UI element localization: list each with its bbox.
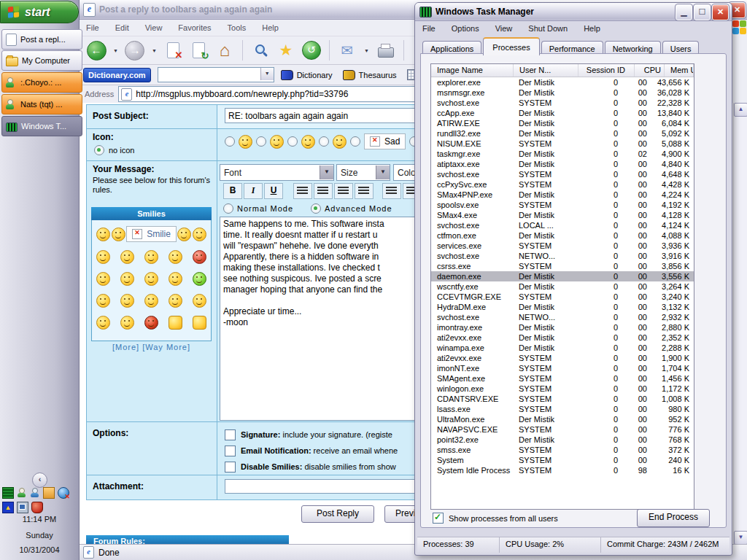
browser-refresh-icon[interactable] <box>189 39 209 61</box>
message-textarea[interactable]: Same happens to me. This software insta … <box>220 217 418 421</box>
column-header-cpu[interactable]: CPU <box>635 64 665 77</box>
smiley-icon[interactable] <box>144 316 158 330</box>
column-header-user-n[interactable]: User N... <box>514 64 578 77</box>
column-header-mem-usage[interactable]: Mem Usage <box>665 64 694 77</box>
option-checkbox[interactable] <box>225 446 236 456</box>
smiley-icon[interactable] <box>193 272 206 286</box>
process-row[interactable]: System Idle ProcessSYSTEM09816 K <box>431 465 694 475</box>
dict-item-thesaurus[interactable]: Thesaurus <box>343 69 397 80</box>
smiley-icon[interactable] <box>120 316 134 330</box>
warning-icon[interactable] <box>2 502 14 513</box>
smiley-icon[interactable] <box>177 228 191 241</box>
smiley-icon[interactable] <box>96 272 110 286</box>
smiley-icon[interactable] <box>144 272 158 286</box>
no-icon-radio[interactable] <box>94 145 104 155</box>
smilies-more-links[interactable]: [More] [Way More] <box>91 341 212 356</box>
taskbar-button-post-a-repl[interactable]: Post a repl... <box>1 29 82 50</box>
process-row[interactable]: spoolsv.exeSYSTEM0004,192 K <box>431 200 694 210</box>
maximize-button[interactable]: ☐ <box>694 4 711 20</box>
process-row[interactable]: ATIRW.EXEDer Mistik0006,084 K <box>431 118 694 128</box>
combo-dropdown-icon[interactable]: ▼ <box>260 68 274 80</box>
smiley-icon[interactable] <box>96 250 110 264</box>
advanced-mode-option[interactable]: Advanced Mode <box>311 203 392 214</box>
process-row[interactable]: msnmsgr.exeDer Mistik00036,028 K <box>431 88 694 98</box>
process-row[interactable]: CDANTSRV.EXESYSTEM0001,008 K <box>431 394 694 404</box>
process-row[interactable]: svchost.exeNETWO...0002,932 K <box>431 312 694 322</box>
process-row[interactable]: CCEVTMGR.EXESYSTEM0003,240 K <box>431 292 694 302</box>
browser-forward-icon[interactable] <box>125 39 145 61</box>
process-row[interactable]: SMax4PNP.exeDer Mistik0004,224 K <box>431 190 694 200</box>
process-row[interactable]: svchost.exeSYSTEM00022,328 K <box>431 98 694 108</box>
tray-collapse-icon[interactable]: ‹ <box>32 472 47 488</box>
show-all-users-checkbox[interactable] <box>433 513 444 524</box>
smiley-icon[interactable] <box>193 294 206 308</box>
italic-button[interactable]: I <box>244 183 263 199</box>
process-row[interactable]: ccApp.exeDer Mistik00013,840 K <box>431 108 694 118</box>
browser-search-icon[interactable] <box>250 39 271 61</box>
process-row[interactable]: svchost.exeLOCAL ...0004,124 K <box>431 220 694 230</box>
show-all-users-option[interactable]: Show processes from all users <box>433 513 558 524</box>
process-row[interactable]: ati2evxx.exeSYSTEM0001,900 K <box>431 353 694 363</box>
process-row[interactable]: imontray.exeDer Mistik0002,880 K <box>431 322 694 332</box>
process-row[interactable]: ccPxySvc.exeSYSTEM0004,428 K <box>431 179 694 190</box>
process-row[interactable]: winampa.exeDer Mistik0002,288 K <box>431 343 694 353</box>
attachment-input[interactable] <box>225 479 416 494</box>
align-left-icon[interactable] <box>293 183 312 199</box>
tm-menu-file[interactable]: File <box>421 23 437 34</box>
post-icon-radio[interactable] <box>256 136 266 147</box>
process-row[interactable]: HydraDM.exeDer Mistik0003,132 K <box>431 302 694 312</box>
post-icon-radio[interactable] <box>350 136 360 147</box>
tab-processes[interactable]: Processes <box>483 37 539 55</box>
forward-dropdown-icon[interactable]: ▼ <box>152 48 157 53</box>
taskbar-button-nats-tqt[interactable]: Nats (tqt) ... <box>1 94 82 114</box>
column-header-image-name[interactable]: Image Name <box>431 64 514 77</box>
taskbar-button-my-computer[interactable]: My Computer <box>1 50 82 71</box>
taskbar-button-choyo[interactable]: :.Choyo.: ... <box>1 72 82 93</box>
smiley-icon[interactable] <box>144 250 158 264</box>
scroll-down-icon[interactable]: ▼ <box>734 531 747 545</box>
process-row[interactable]: daemon.exeDer Mistik0003,556 K <box>431 271 694 281</box>
browser-history-icon[interactable] <box>301 39 322 61</box>
smiley-icon[interactable] <box>120 250 134 264</box>
buddy-icon[interactable] <box>30 488 40 498</box>
minimize-button[interactable]: ▁ <box>676 4 692 20</box>
dictionary-search-combo[interactable]: ▼ <box>158 67 274 82</box>
process-row[interactable]: svchost.exeNETWO...0003,916 K <box>431 251 694 261</box>
dual-monitor-icon[interactable] <box>17 502 28 513</box>
smiley-icon[interactable] <box>112 228 125 241</box>
subject-input[interactable] <box>225 108 416 123</box>
advanced-mode-radio[interactable] <box>311 203 321 214</box>
process-row[interactable]: point32.exeDer Mistik000768 K <box>431 435 694 445</box>
chevron-down-icon[interactable]: ▼ <box>376 166 390 179</box>
smiley-icon[interactable] <box>120 272 134 286</box>
network-icon[interactable] <box>2 487 14 499</box>
align-right-icon[interactable] <box>334 183 353 199</box>
process-row[interactable]: ati2evxx.exeDer Mistik0002,352 K <box>431 332 694 343</box>
messenger-tray-icon[interactable] <box>17 488 27 498</box>
display-icon[interactable] <box>43 487 55 499</box>
smiley-icon[interactable] <box>120 294 134 308</box>
smiley-icon[interactable] <box>193 316 206 330</box>
process-row[interactable]: atiptaxx.exeDer Mistik0004,840 K <box>431 159 694 169</box>
tm-menu-shut-down[interactable]: Shut Down <box>527 23 569 34</box>
process-row[interactable]: SMax4.exeDer Mistik0004,128 K <box>431 210 694 220</box>
close-button[interactable]: ✕ <box>712 4 729 20</box>
back-dropdown-icon[interactable]: ▼ <box>113 48 118 53</box>
normal-mode-option[interactable]: Normal Mode <box>223 203 293 214</box>
browser-menu-tools[interactable]: Tools <box>226 22 248 34</box>
tm-menu-options[interactable]: Options <box>450 23 481 34</box>
process-row[interactable]: wscntfy.exeDer Mistik0003,264 K <box>431 281 694 292</box>
post-icon-radio[interactable] <box>287 136 298 147</box>
dictionary-com-logo[interactable]: Dictionary.com <box>83 68 151 82</box>
process-row[interactable]: explorer.exeDer Mistik00043,656 K <box>431 77 694 88</box>
underline-button[interactable]: U <box>264 183 283 199</box>
shield-icon[interactable] <box>31 502 43 513</box>
option-checkbox[interactable] <box>225 429 236 440</box>
process-row[interactable]: NISUM.EXESYSTEM0005,088 K <box>431 139 694 149</box>
process-row[interactable]: NAVAPSVC.EXESYSTEM000776 K <box>431 424 694 435</box>
process-row[interactable]: services.exeSYSTEM0003,936 K <box>431 241 694 251</box>
end-process-button[interactable]: End Process <box>637 509 710 527</box>
post-reply-button[interactable]: Post Reply <box>301 505 374 523</box>
browser-menu-file[interactable]: File <box>85 22 101 34</box>
smiley-icon[interactable] <box>96 294 110 308</box>
